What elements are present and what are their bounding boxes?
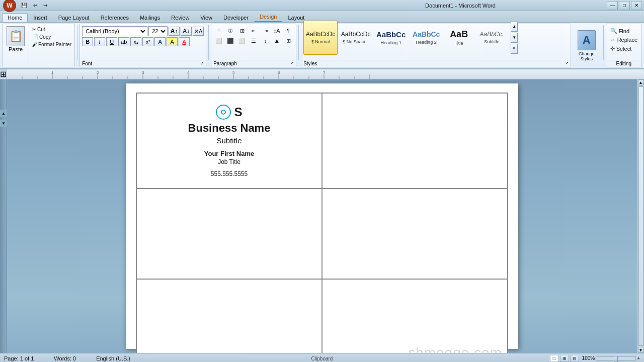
undo-button[interactable]: ↩ (31, 1, 39, 10)
scrollbar-vertical[interactable]: ▲ ▼ (637, 79, 644, 353)
bullets-button[interactable]: ≡ (213, 26, 224, 35)
document-page: S Business Name Subtitle Your First Name… (126, 83, 518, 349)
card-job-title: Job Title (218, 158, 240, 165)
styles-scroll-down[interactable]: ▼ (511, 33, 518, 43)
ruler-marks: 1 2 3 4 5 6 (7, 69, 644, 79)
style-no-spacing[interactable]: AaBbCcDc ¶ No Spaci... (339, 21, 373, 55)
font-size-select[interactable]: 22 (148, 26, 168, 36)
card-cell-1-2 (322, 93, 508, 189)
styles-label: Styles ↗ (301, 60, 571, 67)
italic-button[interactable]: I (94, 37, 105, 46)
align-left-button[interactable]: ⬜ (213, 36, 224, 45)
editing-label: Editing (606, 60, 641, 67)
style-title[interactable]: AaB Title (444, 21, 473, 55)
svg-rect-0 (7, 69, 644, 79)
scroll-down-button[interactable]: ▼ (638, 347, 644, 353)
style-heading2[interactable]: AaBbCc Heading 2 (409, 21, 443, 55)
main-area: ▲ ▼ S (0, 79, 644, 353)
font-family-select[interactable]: Calibri (Body) (82, 26, 147, 36)
bold-button[interactable]: B (82, 37, 93, 46)
select-button[interactable]: ⊹ Select (608, 45, 639, 52)
maximize-button[interactable]: □ (619, 1, 630, 10)
tab-references[interactable]: References (95, 13, 134, 22)
left-border: ▲ ▼ (0, 79, 7, 353)
styles-scroll-up[interactable]: ▲ (511, 22, 518, 32)
close-button[interactable]: ✕ (631, 1, 642, 10)
clipboard-group: 📋 Paste ✂ Cut 📄 Copy 🖌 Format Painter Cl… (2, 24, 75, 67)
prev-page-button[interactable]: ▲ (0, 110, 7, 117)
change-styles-button[interactable]: A ChangeStyles (572, 24, 601, 67)
tab-developer[interactable]: Developer (218, 13, 254, 22)
style-normal[interactable]: AaBbCcDc ¶ Normal (303, 21, 338, 55)
next-page-button[interactable]: ▼ (0, 120, 7, 127)
align-right-button[interactable]: ⬜ (236, 36, 248, 45)
office-button[interactable]: W (3, 0, 16, 12)
clear-formatting-button[interactable]: ✕A (193, 27, 204, 36)
redo-button[interactable]: ↪ (41, 1, 49, 10)
underline-button[interactable]: U (106, 37, 117, 46)
ruler-content: 1 2 3 4 5 6 (7, 69, 644, 79)
card-subtitle: Subtitle (216, 136, 242, 145)
zoom-thumb (614, 356, 618, 362)
strikethrough-button[interactable]: ab (118, 37, 129, 46)
styles-expand[interactable]: ≡ (511, 44, 518, 54)
font-color-button[interactable]: A (179, 37, 190, 46)
minimize-button[interactable]: — (607, 1, 618, 10)
borders-button[interactable]: ⊞ (283, 36, 294, 45)
editing-group: 🔍 Find ↔ Replace ⊹ Select Editing (606, 24, 642, 67)
increase-indent-button[interactable]: ⇥ (260, 26, 271, 35)
tab-mailings[interactable]: Mailings (134, 13, 166, 22)
font-shrink-button[interactable]: A↓ (181, 27, 192, 36)
card-logo-inner (221, 110, 226, 115)
subscript-button[interactable]: x₂ (130, 37, 141, 46)
card-logo-letter: S (234, 105, 242, 119)
card-cell-2-2 (322, 189, 508, 279)
svg-text:3: 3 (142, 70, 144, 75)
text-effects-button[interactable]: A (154, 37, 166, 46)
tab-insert[interactable]: Insert (28, 13, 53, 22)
tab-view[interactable]: View (195, 13, 218, 22)
svg-text:7: 7 (323, 70, 326, 75)
card-cell-2-1 (136, 189, 322, 279)
shading-button[interactable]: ▲ (271, 36, 282, 45)
format-painter-button[interactable]: 🖌 Format Painter (30, 41, 73, 48)
decrease-indent-button[interactable]: ⇤ (248, 26, 259, 35)
title-bar: W 💾 ↩ ↪ Document1 - Microsoft Word — □ ✕ (0, 0, 644, 11)
ruler-corner: ⊞ (0, 69, 7, 79)
superscript-button[interactable]: x² (142, 37, 153, 46)
show-marks-button[interactable]: ¶ (283, 26, 294, 35)
watermark: shmoggo.com (408, 345, 502, 353)
card-cell-3-2: shmoggo.com (322, 279, 508, 353)
multilevel-list-button[interactable]: ⊞ (236, 26, 248, 35)
highlight-button[interactable]: A (167, 37, 178, 46)
save-button[interactable]: 💾 (19, 1, 29, 10)
canvas-area: S Business Name Subtitle Your First Name… (7, 79, 637, 353)
justify-button[interactable]: ☰ (248, 36, 259, 45)
svg-text:6: 6 (278, 70, 280, 75)
scroll-thumb[interactable] (638, 86, 643, 346)
numbering-button[interactable]: ① (225, 26, 236, 35)
tab-design[interactable]: Design (254, 12, 282, 22)
zoom-slider[interactable] (596, 356, 636, 360)
find-button[interactable]: 🔍 Find (608, 27, 639, 35)
copy-button[interactable]: 📄 Copy (30, 34, 73, 40)
font-group: Calibri (Body) 22 A↑ A↓ ✕A B I U ab (79, 24, 206, 67)
paste-button[interactable]: 📋 Paste (5, 25, 27, 53)
tab-review[interactable]: Review (166, 13, 195, 22)
style-subtitle[interactable]: AaBbCc. Subtitle (474, 21, 509, 55)
scroll-up-button[interactable]: ▲ (638, 79, 644, 85)
change-styles-label: ChangeStyles (579, 51, 595, 61)
tab-page-layout[interactable]: Page Layout (53, 13, 95, 22)
align-center-button[interactable]: ⬛ (225, 36, 236, 45)
svg-text:2: 2 (97, 70, 99, 75)
sort-button[interactable]: ↕A (271, 26, 282, 35)
style-heading1[interactable]: AaBbCc Heading 1 (374, 21, 408, 55)
paragraph-label: Paragraph ↗ (211, 60, 296, 67)
styles-group: AaBbCcDc ¶ Normal AaBbCcDc ¶ No Spaci...… (301, 24, 571, 67)
tab-home[interactable]: Home (2, 13, 28, 22)
replace-button[interactable]: ↔ Replace (608, 36, 639, 43)
cut-button[interactable]: ✂ Cut (30, 26, 73, 33)
paragraph-group: ≡ ① ⊞ ⇤ ⇥ ↕A ¶ ⬜ ⬛ ⬜ ☰ ↕ ▲ (211, 24, 296, 67)
line-spacing-button[interactable]: ↕ (260, 36, 271, 45)
font-grow-button[interactable]: A↑ (169, 27, 180, 36)
